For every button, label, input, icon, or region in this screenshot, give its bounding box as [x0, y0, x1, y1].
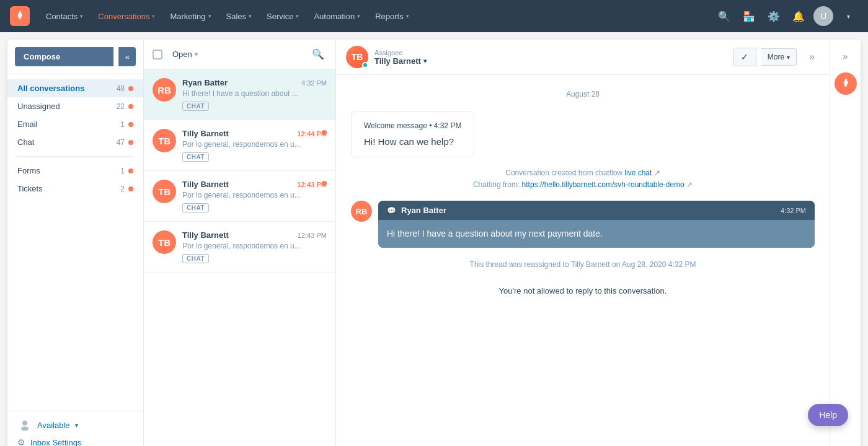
avatar: TB	[153, 230, 176, 254]
conv-list-header: Open ▾ 🔍	[144, 40, 335, 69]
avatar: RB	[153, 78, 176, 102]
search-icon[interactable]: 🔍	[714, 6, 734, 26]
welcome-text: Hi! How can we help?	[364, 136, 461, 147]
chat-header-actions: ✓ More ▾	[733, 48, 797, 66]
chatting-url-link[interactable]: https://hello.tillybarnett.com/svh-round…	[522, 180, 684, 189]
avatar: TB	[153, 129, 176, 152]
message-row: RB 💬 Ryan Batter 4:32 PM Hi there! I hav…	[351, 201, 815, 248]
welcome-meta: Welcome message • 4:32 PM	[364, 121, 461, 130]
nav-contacts[interactable]: Contacts ▾	[40, 8, 89, 25]
reports-chevron-icon: ▾	[406, 13, 409, 19]
compose-button[interactable]: Compose	[15, 47, 113, 66]
main-container: Compose « All conversations 48 Unassigne…	[7, 40, 861, 446]
more-chevron-icon: ▾	[787, 54, 790, 61]
not-allowed-text: You're not allowed to reply to this conv…	[351, 281, 815, 300]
conversation-items: RB Ryan Batter 4:32 PM Hi there! I have …	[144, 69, 335, 446]
unassigned-dot	[128, 104, 133, 109]
sidebar: Compose « All conversations 48 Unassigne…	[7, 40, 144, 446]
external-link-icon: ↗	[654, 168, 660, 177]
nav-marketing[interactable]: Marketing ▾	[164, 8, 217, 25]
conversation-item[interactable]: TB Tilly Barnett 12:43 PM Por lo general…	[144, 171, 335, 222]
message-time: 4:32 PM	[781, 207, 806, 214]
svg-point-0	[22, 421, 27, 426]
marketing-chevron-icon: ▾	[208, 13, 211, 19]
unread-dot	[322, 130, 327, 135]
message-avatar: RB	[351, 201, 372, 222]
automation-chevron-icon: ▾	[357, 13, 360, 19]
service-chevron-icon: ▾	[296, 13, 299, 19]
available-chevron-icon: ▾	[75, 422, 78, 429]
status-dot	[362, 62, 368, 68]
inbox-settings-button[interactable]: ⚙ Inbox Settings	[17, 437, 133, 446]
external-link-icon-2: ↗	[686, 180, 693, 189]
select-all-checkbox[interactable]	[153, 50, 162, 59]
hubspot-logo[interactable]	[10, 6, 30, 26]
nav-automation[interactable]: Automation ▾	[308, 8, 366, 25]
compose-section: Compose «	[7, 40, 143, 74]
unread-dot	[322, 181, 327, 186]
assignee-info: TB Assignee Tilly Barnett ▾	[346, 46, 725, 68]
nav-conversations[interactable]: Conversations ▾	[92, 8, 161, 25]
chat-header: TB Assignee Tilly Barnett ▾ ✓ More ▾	[336, 40, 830, 75]
svg-point-1	[21, 427, 29, 431]
chat-main: TB Assignee Tilly Barnett ▾ ✓ More ▾	[336, 40, 830, 446]
message-text: Hi there! I have a question about my nex…	[378, 220, 815, 248]
sidebar-bottom: Available ▾ ⚙ Inbox Settings	[7, 411, 143, 446]
welcome-bubble: Welcome message • 4:32 PM Hi! How can we…	[351, 111, 474, 157]
avatar: TB	[153, 180, 176, 203]
right-panel: »	[830, 40, 861, 446]
forms-dot	[128, 168, 133, 173]
gear-icon: ⚙	[17, 437, 25, 446]
sidebar-nav: All conversations 48 Unassigned 22 Email…	[7, 74, 143, 411]
available-status-button[interactable]: Available ▾	[17, 418, 133, 432]
help-button[interactable]: Help	[808, 404, 848, 426]
chat-bubble-icon: 💬	[387, 206, 396, 215]
sidebar-divider	[17, 156, 133, 157]
sidebar-item-email[interactable]: Email 1	[7, 115, 143, 133]
chat-dot	[128, 140, 133, 145]
tickets-dot	[128, 186, 133, 191]
nav-reports[interactable]: Reports ▾	[369, 8, 415, 25]
top-navigation: Contacts ▾ Conversations ▾ Marketing ▾ S…	[0, 0, 868, 32]
open-filter-chevron-icon: ▾	[195, 51, 198, 58]
sidebar-item-unassigned[interactable]: Unassigned 22	[7, 97, 143, 115]
all-conversations-dot	[128, 86, 133, 91]
account-chevron-icon[interactable]: ▾	[838, 6, 858, 26]
conversation-info: Conversation created from chatflow live …	[351, 167, 815, 191]
nav-service[interactable]: Service ▾	[260, 8, 305, 25]
message-bubble: 💬 Ryan Batter 4:32 PM Hi there! I have a…	[378, 201, 815, 248]
right-panel-collapse-button[interactable]: »	[839, 47, 851, 65]
contacts-chevron-icon: ▾	[80, 13, 83, 19]
conversation-item[interactable]: TB Tilly Barnett 12:43 PM Por lo general…	[144, 222, 335, 273]
sidebar-item-chat[interactable]: Chat 47	[7, 133, 143, 151]
notifications-icon[interactable]: 🔔	[789, 6, 808, 26]
assignee-name-button[interactable]: Tilly Barnett ▾	[374, 56, 427, 66]
email-dot	[128, 122, 133, 127]
conversation-search-button[interactable]: 🔍	[309, 46, 327, 63]
sidebar-item-all-conversations[interactable]: All conversations 48	[7, 79, 143, 97]
hubspot-badge-button[interactable]	[835, 72, 857, 95]
assignee-chevron-icon: ▾	[423, 58, 427, 64]
conversation-item[interactable]: RB Ryan Batter 4:32 PM Hi there! I have …	[144, 69, 335, 120]
reassign-text: This thread was reassigned to Tilly Barn…	[351, 258, 815, 271]
message-header: 💬 Ryan Batter 4:32 PM	[378, 201, 815, 220]
message-sender: Ryan Batter	[401, 206, 446, 215]
more-button[interactable]: More ▾	[761, 48, 797, 66]
conversations-chevron-icon: ▾	[152, 13, 155, 19]
sidebar-item-tickets[interactable]: Tickets 2	[7, 180, 143, 198]
sidebar-item-forms[interactable]: Forms 1	[7, 162, 143, 180]
compose-collapse-button[interactable]: «	[118, 47, 136, 66]
nav-sales[interactable]: Sales ▾	[220, 8, 259, 25]
resolve-button[interactable]: ✓	[733, 48, 756, 66]
open-filter-button[interactable]: Open ▾	[167, 47, 203, 61]
marketplace-icon[interactable]: 🏪	[739, 6, 759, 26]
assignee-label: Assignee	[374, 49, 427, 56]
assignee-avatar: TB	[346, 46, 368, 68]
conversation-list: Open ▾ 🔍 RB Ryan Batter 4:32 PM Hi there…	[144, 40, 336, 446]
collapse-right-button[interactable]: »	[804, 49, 820, 65]
settings-icon[interactable]: ⚙️	[764, 6, 784, 26]
live-chat-link[interactable]: live chat	[624, 168, 652, 177]
chat-body: August 28 Welcome message • 4:32 PM Hi! …	[336, 75, 830, 446]
conversation-item[interactable]: TB Tilly Barnett 12:44 PM Por lo general…	[144, 120, 335, 171]
user-avatar[interactable]: U	[813, 6, 833, 26]
